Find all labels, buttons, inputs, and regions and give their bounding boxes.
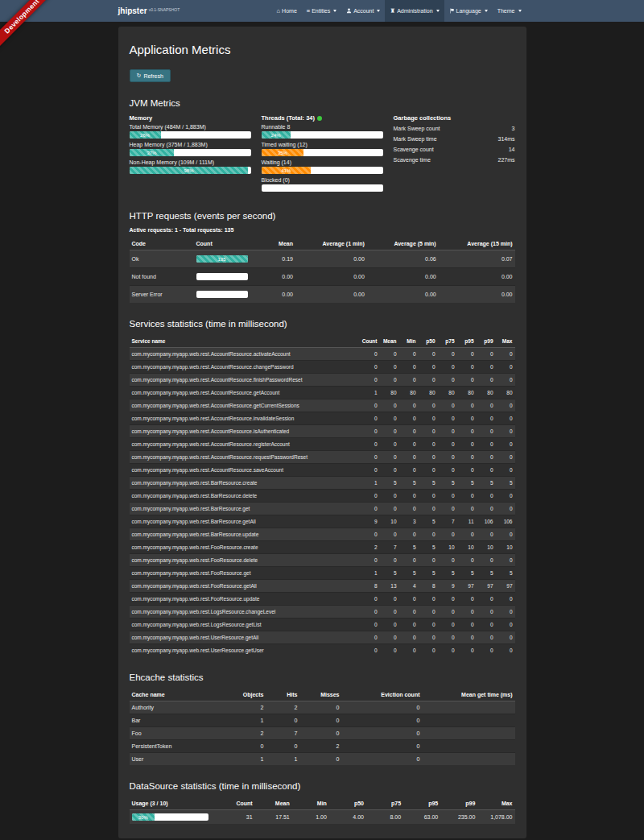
cell-p50: 0 [419, 554, 438, 567]
cell-p99: 106 [477, 515, 496, 528]
cell-mean: 0 [380, 528, 399, 541]
brand-name: jhipster [118, 6, 147, 15]
cell-min: 4 [399, 580, 419, 593]
cell-mean: 0.00 [266, 268, 295, 286]
cell-max: 10 [496, 541, 515, 554]
service-row: com.mycompany.myapp.web.rest.LogsResourc… [130, 619, 515, 631]
cell-p95: 80 [457, 387, 477, 399]
nav-item-administration[interactable]: ♜ Administration [385, 0, 444, 22]
cell-p99: 97 [477, 580, 496, 593]
cell-mean: 0 [380, 644, 399, 657]
cell-service-name: com.mycompany.myapp.web.rest.AccountReso… [130, 348, 360, 361]
cell-mean: 0 [380, 374, 399, 387]
user-icon [346, 8, 352, 14]
cell-p75: 0 [438, 451, 457, 464]
cell-min: 5 [399, 567, 419, 580]
cell-mean-get-time [423, 714, 515, 727]
col-header-hits: Hits [266, 689, 300, 701]
cell-min: 0 [399, 490, 419, 503]
progress-bar-fill: 41% [262, 167, 312, 174]
chevron-down-icon [485, 10, 488, 12]
threads-bars: Runnable 8 24% Timed waiting (12) 35% [262, 124, 383, 192]
thread-metric: Blocked (0) [262, 177, 383, 192]
cell-avg5: 0.00 [367, 286, 439, 304]
cell-p75: 0 [438, 348, 457, 361]
threads-ok-status-icon [317, 116, 322, 121]
cell-max: 0 [496, 412, 515, 425]
cell-p95: 0 [457, 374, 477, 387]
col-header-objects: Objects [236, 689, 266, 701]
cell-code: Ok [130, 250, 194, 268]
cell-mean: 0 [380, 348, 399, 361]
service-row: com.mycompany.myapp.web.rest.AccountReso… [130, 374, 515, 387]
brand-version: v0.1-SNAPSHOT [149, 7, 180, 12]
cell-service-name: com.mycompany.myapp.web.rest.FooResource… [130, 593, 360, 606]
cell-max: 5 [496, 477, 515, 490]
memory-section-title: Memory [130, 114, 251, 122]
cell-hits: 2 [266, 701, 300, 714]
http-table-row: Server Error 0.00 0.00 0.00 0.00 [130, 286, 515, 304]
cell-p99: 0 [477, 412, 496, 425]
cell-mean: 80 [380, 387, 399, 399]
cell-code: Server Error [130, 286, 194, 304]
gc-row-label: Mark Sweep count [394, 124, 440, 134]
col-header-p95: p95 [457, 335, 477, 348]
datasource-table-header-row: Usage (3 / 10) Count Mean Min p50 p75 p9… [130, 797, 515, 810]
services-statistics-table: Service name Count Mean Min p50 p75 p95 … [130, 335, 515, 656]
count-progress-bar [196, 273, 248, 280]
chevron-down-icon [436, 10, 440, 12]
nav-item-theme[interactable]: Theme [493, 0, 526, 22]
cell-service-name: com.mycompany.myapp.web.rest.FooResource… [130, 541, 360, 554]
cell-p50: 0 [419, 644, 438, 657]
cell-mean: 13 [380, 580, 399, 593]
nav-item-account[interactable]: Account [341, 0, 385, 22]
cell-p50: 0 [419, 348, 438, 361]
cell-p50: 0 [419, 425, 438, 438]
service-row: com.mycompany.myapp.web.rest.AccountReso… [130, 361, 515, 374]
cell-max: 0 [496, 464, 515, 477]
refresh-button[interactable]: ↻ Refresh [130, 69, 171, 82]
cell-p95: 97 [457, 580, 477, 593]
cell-objects: 0 [236, 740, 266, 753]
cell-p95: 0 [457, 348, 477, 361]
progress-bar-fill: 24% [262, 131, 291, 139]
cell-service-name: com.mycompany.myapp.web.rest.BarResource… [130, 503, 360, 515]
cell-p50: 5 [419, 515, 438, 528]
cell-p75: 0 [438, 361, 457, 374]
cell-p99: 0 [477, 490, 496, 503]
usage-progress-fill: 30% [132, 813, 155, 821]
cell-max: 0 [496, 619, 515, 631]
cell-mean: 0 [380, 619, 399, 631]
cell-mean-get-time [423, 753, 515, 766]
cell-max: 0 [496, 374, 515, 387]
cell-p75: 0 [438, 503, 457, 515]
col-header-mean: Mean [266, 238, 295, 250]
cell-p99: 0 [477, 464, 496, 477]
cell-p50: 0 [419, 451, 438, 464]
cell-max: 0 [496, 503, 515, 515]
cell-cache-name: Authority [130, 701, 236, 714]
brand-link[interactable]: jhipster v0.1-SNAPSHOT [118, 0, 180, 22]
cell-eviction-count: 0 [342, 701, 423, 714]
nav-item-theme-label: Theme [497, 8, 515, 14]
cell-p95: 63.00 [403, 810, 440, 825]
service-row: com.mycompany.myapp.web.rest.BarResource… [130, 490, 515, 503]
cell-max: 1,078.00 [477, 810, 514, 825]
cell-p95: 0 [457, 503, 477, 515]
cell-objects: 1 [236, 753, 266, 766]
cell-p50: 8 [419, 580, 438, 593]
nav-item-entities[interactable]: ≡ Entities [302, 0, 341, 22]
cell-p75: 0 [438, 606, 457, 619]
gc-row-value: 3 [512, 124, 515, 134]
cell-service-name: com.mycompany.myapp.web.rest.AccountReso… [130, 451, 360, 464]
col-header-service-name: Service name [130, 335, 360, 348]
cell-min: 5 [399, 541, 419, 554]
cell-count: 0 [360, 399, 380, 412]
cell-p75: 0 [438, 631, 457, 644]
nav-item-home[interactable]: ⌂ Home [272, 0, 302, 22]
cell-service-name: com.mycompany.myapp.web.rest.AccountReso… [130, 374, 360, 387]
col-header-p50: p50 [419, 335, 438, 348]
cell-max: 0 [496, 425, 515, 438]
ehcache-table-header-row: Cache name Objects Hits Misses Eviction … [130, 689, 515, 701]
nav-item-language[interactable]: Language [444, 0, 493, 22]
